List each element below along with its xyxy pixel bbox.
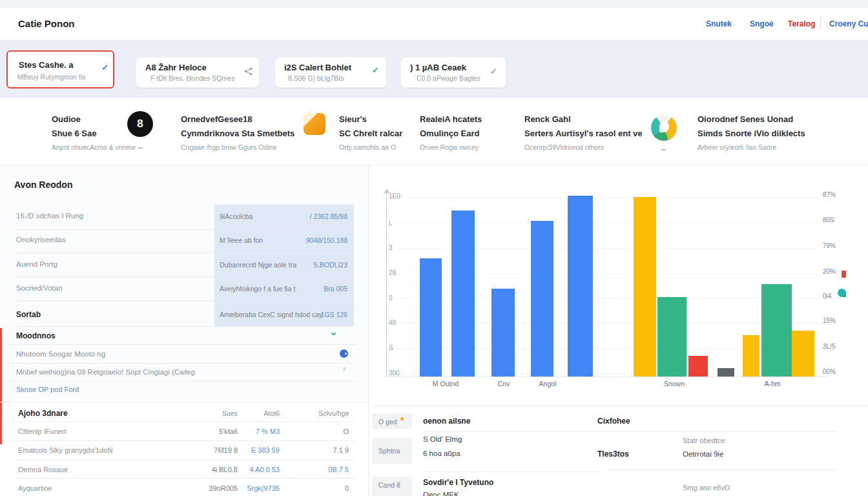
vertical-divider: [368, 165, 369, 496]
row-divider: [16, 276, 354, 277]
chart-bar: [657, 297, 687, 377]
nav-link-4[interactable]: Croeny Cuon: [829, 19, 868, 28]
tag-label: O ged: [378, 418, 397, 426]
chart-bar: [718, 368, 734, 377]
red-annotation-line: [0, 328, 2, 444]
cell: 7 1 9: [297, 446, 349, 454]
row-divider: [6, 363, 356, 364]
y-axis-tick-label: L: [389, 220, 393, 227]
nav-link-2[interactable]: Sngoè: [750, 19, 774, 28]
feature-title-2: Omulinço Eard: [420, 129, 479, 138]
y-axis-right-tick-label: 20%: [823, 268, 836, 275]
x-axis-line: [386, 377, 828, 377]
column-header[interactable]: Atot6: [228, 409, 280, 417]
chart-gridline: [395, 323, 819, 324]
chart-bar: [743, 335, 760, 377]
row-divider: [16, 253, 354, 253]
stat-card-subtitle: F tDit Bres. blondes SQmes: [150, 74, 234, 82]
list-item-label: Nhutoom Soogar Mooto ng: [16, 350, 105, 358]
pie-chart-icon[interactable]: [651, 115, 677, 141]
chart-gridline: [395, 197, 819, 198]
sync-icon[interactable]: ᒾ: [343, 367, 346, 375]
panel-title: Avon Reodon: [14, 180, 72, 190]
check-icon: ✓: [101, 63, 108, 72]
row-value: Bra 005: [251, 285, 347, 293]
row-divider: [16, 440, 354, 441]
row-divider: [16, 421, 354, 422]
row-mid: 9iAcoolcba: [220, 212, 253, 220]
stat-card-3[interactable]: i2S Calert Bohlet 8.S06 G) bLIg7BIs ✓: [274, 57, 387, 88]
row-label: Onokyriseedas: [16, 236, 66, 243]
row-tag[interactable]: Sphtna: [372, 438, 412, 464]
column-header[interactable]: Solvu/hge: [297, 409, 349, 417]
check-icon: ✓: [372, 65, 379, 75]
row-tag[interactable]: O ged: [372, 413, 412, 429]
row-line: Statr obedtce: [683, 437, 725, 444]
y-axis-tick-label: 28: [389, 269, 396, 276]
stat-card-selected[interactable]: Stes Cashe. a MBeuy Rutymgmon tis ✓: [6, 50, 114, 88]
stat-card-2[interactable]: A8 Žahr Heloce F tDit Bres. blondes SQme…: [136, 57, 260, 88]
entry-title: oenon ailsne: [423, 417, 470, 426]
nav-link-3[interactable]: Teralog: [788, 19, 815, 28]
entry-title: Sovdir'e I Tyvetuno: [423, 478, 493, 487]
feature-title: Oudioe: [52, 114, 81, 124]
feature-subtitle: Anpot ohuecAcros & vnnme: [52, 143, 136, 151]
panel-link[interactable]: Sknoe OP pod Ford: [16, 386, 79, 393]
x-axis-label: M Outnd: [417, 380, 475, 388]
row-label: Oemna Rosaue: [18, 466, 68, 473]
stat-card-4[interactable]: ) 1 µAB Ceaek C0.0 aPwage Bagtes ✓: [400, 57, 506, 88]
row-label: Cltlenlp IFunert: [18, 428, 67, 435]
feature-title: Oiorodnef Senes Uonad: [698, 114, 793, 124]
y-axis-line: [386, 193, 387, 377]
feature-subtitle: Orvee Rogw owcey: [420, 143, 479, 151]
section-title: Cixfohee: [597, 417, 630, 426]
chart-bar: [568, 196, 593, 377]
stat-card-subtitle: MBeuy Rutymgmon tis: [17, 73, 86, 81]
y-axis-right-tick-label: 80S: [823, 216, 834, 223]
chart-bar: [491, 289, 515, 377]
chart-gridline: [395, 222, 819, 223]
entry-line: S Old' Elmg: [423, 435, 462, 443]
row-divider: [6, 344, 356, 345]
row-tag[interactable]: Cand 8: [372, 477, 412, 496]
row-value: 1GS 126: [251, 311, 347, 318]
x-axis-label: Angol: [519, 380, 577, 388]
expander-label: Moodnnos: [16, 331, 56, 340]
chart-bar: [451, 211, 475, 377]
tag-label: Sphtna: [378, 447, 400, 455]
chart-bar: [688, 356, 708, 377]
y-axis-right-tick-label: 3L/5: [823, 343, 835, 350]
stat-card-title: Stes Cashe. a: [19, 60, 74, 70]
row-label: Auend Pnrtg: [16, 260, 57, 268]
row-divider: [16, 300, 354, 301]
section-divider: [371, 406, 868, 406]
chart-gridline: [395, 274, 819, 274]
y-axis-right-tick-label: 15%: [823, 317, 836, 324]
github-icon[interactable]: 8: [127, 111, 153, 137]
y-axis-tick-label: 300: [389, 369, 400, 377]
cell: O: [297, 428, 349, 435]
chevron-down-icon[interactable]: ⌄: [329, 326, 338, 338]
chart-bar: [761, 284, 792, 377]
tag-label: Cand 8: [378, 481, 400, 489]
status-dot-icon[interactable]: [340, 349, 348, 358]
row-label: 16./D sdchas I Rung: [16, 212, 83, 220]
divider: [423, 431, 601, 432]
divider: [423, 471, 601, 472]
row-divider: [16, 326, 354, 327]
chart-gridline: [395, 374, 819, 375]
nav-link-1[interactable]: Snutek: [706, 19, 732, 28]
y-axis-right-tick-label: 00%: [823, 368, 836, 375]
chart-gridline: [395, 349, 819, 349]
row-label: Tles3tos: [597, 450, 629, 459]
orange-logo-icon[interactable]: [304, 113, 326, 135]
row-label: Socried/Votan: [16, 284, 63, 292]
cell: 0: [297, 484, 349, 492]
dashboard-page: Catie Ponon Snutek Sngoè Teralog Croeny …: [0, 0, 868, 496]
y-axis-arrow: [384, 189, 390, 193]
nav-divider: [820, 17, 821, 30]
row-label: Sortab: [16, 310, 41, 319]
legend-marker-red: [842, 271, 846, 278]
y-axis-right-tick-label: 0i4: [823, 293, 831, 300]
y-axis-tick-label: 3: [389, 244, 393, 251]
